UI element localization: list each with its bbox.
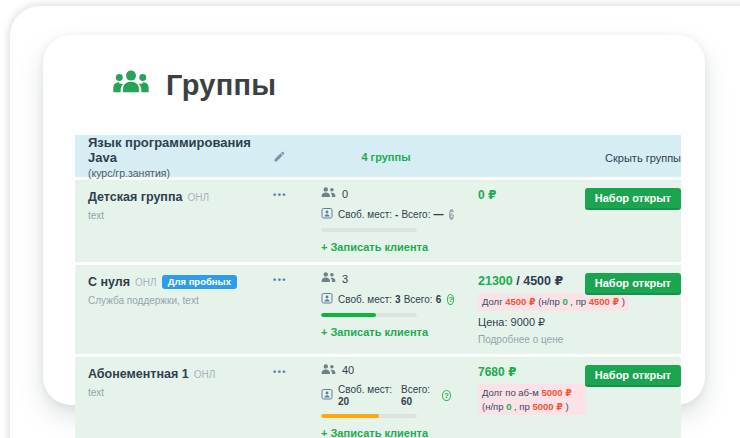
group-name[interactable]: Детская группа (88, 190, 182, 204)
groups-count-link[interactable]: 4 группы (321, 151, 451, 163)
group-name[interactable]: С нуля (88, 275, 130, 289)
course-subtitle: (курс/гр.занятия) (88, 167, 273, 179)
group-row-detskaya: Детская группаОНЛ text ••• 0 (75, 180, 681, 262)
group-description: text (88, 210, 273, 221)
students-count: 0 (342, 188, 348, 200)
group-info: Детская группаОНЛ text (88, 187, 273, 253)
group-type-label: ОНЛ (135, 277, 157, 288)
row-menu-button[interactable]: ••• (273, 272, 321, 345)
group-description: text (88, 387, 273, 398)
enroll-client-link[interactable]: + Записать клиента (321, 326, 451, 338)
row-menu-button[interactable]: ••• (273, 364, 321, 438)
slots-icon (321, 207, 333, 221)
money-cell: 0 ₽ (451, 187, 582, 253)
status-cell: Набор открыт (582, 364, 681, 438)
paid-amount: 21300 (478, 274, 513, 288)
capacity-progress-bar (321, 228, 417, 232)
students-count: 3 (342, 273, 348, 285)
students-icon (321, 364, 336, 377)
slots-icon (321, 292, 333, 306)
total-label: Всего: (401, 209, 430, 220)
groups-icon (113, 68, 149, 103)
edit-course-icon[interactable] (273, 147, 321, 167)
hide-groups-link[interactable]: Скрыть группы (605, 152, 681, 164)
group-row-s-nulya: С нуляОНЛДля пробных Служба поддержки, t… (75, 265, 681, 354)
group-info: Абонементная 1ОНЛ text (88, 364, 273, 438)
price-details-link[interactable]: Подробнее о цене (478, 334, 582, 345)
page-title: Группы (166, 69, 276, 102)
total-value: 6 (436, 294, 442, 305)
slots-value: 20 (338, 396, 392, 407)
status-cell: Набор открыт (582, 272, 681, 345)
total-value: 60 (401, 396, 430, 407)
capacity-progress-bar (321, 414, 417, 418)
capacity-cell: 3 Своб. мест: 3 Всего: 6 ? (321, 272, 451, 345)
hide-groups: Скрыть группы (451, 148, 681, 166)
money-cell: 7680 ₽ Долг по аб-м 5000 ₽ (н/пр 0 , пр … (451, 364, 582, 438)
paid-total-line: 21300 / 4500 ₽ (478, 273, 582, 288)
group-name[interactable]: Абонементная 1 (88, 367, 189, 381)
slots-value: 3 (395, 294, 401, 305)
row-menu-button[interactable]: ••• (273, 187, 321, 253)
enrollment-status-button[interactable]: Набор открыт (585, 365, 681, 387)
page: Группы Язык программирования Java (курс/… (0, 0, 740, 438)
course-info: Язык программирования Java (курс/гр.заня… (88, 135, 273, 179)
groups-card: Группы Язык программирования Java (курс/… (43, 35, 705, 405)
total-value: — (433, 209, 443, 220)
slots-value: - (395, 209, 398, 220)
revenue-amount: 7680 ₽ (478, 365, 582, 379)
slots-label: Своб. мест: (338, 384, 392, 395)
enroll-client-link[interactable]: + Записать клиента (321, 427, 451, 438)
group-info: С нуляОНЛДля пробных Служба поддержки, t… (88, 272, 273, 345)
capacity-cell: 40 Своб. мест:20 Всего:60 ? + Записать к… (321, 364, 451, 438)
group-row-abonementnaya: Абонементная 1ОНЛ text ••• 40 (75, 357, 681, 438)
groups-table: Язык программирования Java (курс/гр.заня… (75, 135, 681, 438)
slots-label: Своб. мест: (338, 209, 392, 220)
status-cell: Набор открыт (582, 187, 681, 253)
card-header: Группы (113, 68, 705, 102)
group-type-label: ОНЛ (187, 192, 209, 203)
group-description: Служба поддержки, text (88, 295, 273, 306)
students-icon (321, 187, 336, 200)
course-header-row: Язык программирования Java (курс/гр.заня… (75, 135, 681, 177)
total-price: / 4500 ₽ (516, 274, 563, 288)
course-title: Язык программирования Java (88, 135, 273, 165)
debt-line: Долг по аб-м 5000 ₽ (н/пр 0 , пр 5000 ₽ … (478, 384, 586, 416)
group-type-label: ОНЛ (194, 369, 216, 380)
enrollment-status-button[interactable]: Набор открыт (585, 188, 681, 210)
help-icon[interactable]: ? (442, 390, 451, 401)
enroll-client-link[interactable]: + Записать клиента (321, 241, 451, 253)
total-label: Всего: (401, 384, 430, 395)
trial-badge: Для пробных (162, 275, 237, 289)
money-cell: 21300 / 4500 ₽ Долг 4500 ₽ (н/пр 0 , пр … (451, 272, 582, 345)
capacity-cell: 0 Своб. мест: - Всего: — ? (321, 187, 451, 253)
slots-label: Своб. мест: (338, 294, 392, 305)
students-icon (321, 272, 336, 285)
students-count: 40 (342, 364, 354, 376)
enrollment-status-button[interactable]: Набор открыт (585, 273, 681, 295)
slots-icon (321, 388, 333, 402)
revenue-amount: 0 ₽ (478, 188, 582, 202)
total-label: Всего: (404, 294, 433, 305)
price-line: Цена: 9000 ₽ (478, 316, 582, 329)
capacity-progress-bar (321, 313, 417, 317)
